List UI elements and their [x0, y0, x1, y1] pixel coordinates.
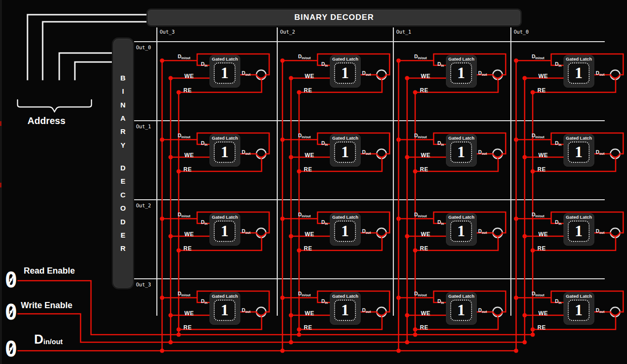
clipped-wire-tick	[0, 121, 1, 126]
read-enable-input[interactable]: 0	[5, 270, 18, 292]
chip-title: Gated Latch	[209, 214, 240, 220]
wire-junction-dot	[280, 348, 284, 353]
vertical-decoder-letter: I	[122, 88, 124, 95]
wire-junction-dot	[405, 340, 409, 344]
cell-pin-label-re: RE	[420, 167, 428, 172]
address-wire-0	[75, 62, 113, 80]
memory-cell: Din/out Din WE RE Dout Gated Latch 1	[157, 121, 275, 182]
cell-pin-label-din: Din	[437, 62, 444, 68]
vertical-decoder-letter: E	[120, 231, 125, 239]
write-enable-input[interactable]: 0	[5, 302, 18, 324]
row-output-label: Out_0	[136, 44, 151, 50]
gated-latch-chip[interactable]: Gated Latch 1	[209, 213, 240, 246]
address-wire-1	[59, 53, 113, 80]
wire-junction-dot	[168, 340, 173, 344]
cell-pin-label-we: WE	[421, 153, 430, 158]
cell-pin-label-we: WE	[305, 311, 314, 316]
write-enable-label: Write Enable	[21, 301, 73, 311]
gated-latch-chip[interactable]: Gated Latch 1	[330, 134, 361, 167]
gated-latch-chip[interactable]: Gated Latch 1	[209, 292, 240, 325]
memory-cell: Din/out Din WE RE Dout Gated Latch 1	[393, 121, 512, 182]
chip-title: Gated Latch	[563, 56, 594, 62]
cell-pin-label-we: WE	[184, 153, 194, 158]
cell-pin-label-dinout: Din/out	[298, 212, 311, 219]
bit-value: 1	[341, 65, 349, 81]
cell-pin-label-dinout: Din/out	[298, 54, 311, 61]
bit-value: 1	[221, 144, 229, 160]
bit-value: 1	[221, 65, 229, 81]
wire-junction-dot	[396, 348, 400, 353]
gated-latch-chip[interactable]: Gated Latch 1	[446, 55, 477, 88]
memory-cell: Din/out Din WE RE Dout Gated Latch 1	[393, 200, 512, 261]
vertical-decoder-letter: E	[120, 178, 125, 185]
vertical-decoder-letter: Y	[120, 142, 125, 149]
bit-value: 1	[221, 223, 229, 239]
column-output-label: Out_2	[280, 29, 295, 35]
bit-value: 1	[575, 65, 583, 81]
memory-cell: Din/out Din WE RE Dout Gated Latch 1	[511, 200, 627, 261]
cell-pin-label-re: RE	[537, 167, 546, 172]
cell-pin-label-dout: Dout	[596, 150, 604, 156]
cell-pin-label-dinout: Din/out	[532, 291, 545, 298]
chip-title: Gated Latch	[446, 56, 477, 62]
cell-pin-label-we: WE	[184, 311, 194, 316]
gated-latch-chip[interactable]: Gated Latch 1	[563, 213, 594, 246]
vertical-decoder-letter: R	[120, 245, 126, 252]
bit-display: 1	[214, 221, 236, 242]
gated-latch-chip[interactable]: Gated Latch 1	[446, 292, 477, 325]
top-decoder-title: BINARY DECODER	[294, 13, 374, 22]
bit-display: 1	[568, 221, 590, 242]
cell-pin-label-dout: Dout	[596, 308, 604, 314]
gated-latch-chip[interactable]: Gated Latch 1	[563, 55, 594, 88]
cell-pin-label-dout: Dout	[362, 308, 371, 314]
cell-pin-label-we: WE	[184, 74, 194, 79]
gated-latch-chip[interactable]: Gated Latch 1	[209, 55, 240, 88]
gated-latch-chip[interactable]: Gated Latch 1	[563, 292, 594, 325]
left-binary-decoder[interactable]: BINARYDECODER	[112, 37, 134, 289]
gated-latch-chip[interactable]: Gated Latch 1	[563, 134, 594, 167]
gated-latch-chip[interactable]: Gated Latch 1	[209, 134, 240, 167]
gated-latch-chip[interactable]: Gated Latch 1	[446, 134, 477, 167]
cell-pin-label-dinout: Din/out	[414, 133, 427, 140]
bit-value: 1	[457, 223, 465, 239]
cell-pin-label-we: WE	[305, 74, 314, 79]
bit-value: 1	[457, 65, 465, 81]
bit-display: 1	[450, 142, 472, 163]
memory-cell: Din/out Din WE RE Dout Gated Latch 1	[393, 279, 512, 340]
cell-pin-label-dout: Dout	[478, 150, 487, 156]
memory-cell: Din/out Din WE RE Dout Gated Latch 1	[511, 121, 627, 182]
cell-pin-label-we: WE	[184, 232, 194, 237]
left-edge-strip	[0, 0, 2, 364]
wire-junction-dot	[289, 340, 293, 344]
chip-title: Gated Latch	[330, 293, 361, 299]
memory-cell: Din/out Din WE RE Dout Gated Latch 1	[277, 279, 396, 340]
cell-pin-label-dout: Dout	[242, 71, 250, 77]
memory-cell: Din/out Din WE RE Dout Gated Latch 1	[511, 42, 627, 103]
vertical-decoder-letter: N	[120, 101, 126, 109]
gated-latch-chip[interactable]: Gated Latch 1	[330, 213, 361, 246]
cell-pin-label-dout: Dout	[478, 71, 487, 77]
data-inout-input[interactable]: 0	[5, 339, 18, 361]
cell-pin-label-re: RE	[537, 246, 546, 251]
wire-junction-dot	[522, 340, 527, 344]
cell-pin-label-re: RE	[420, 325, 428, 330]
cell-pin-label-dout: Dout	[478, 308, 487, 314]
bit-display: 1	[568, 300, 590, 321]
cell-pin-label-re: RE	[183, 325, 192, 330]
cell-pin-label-re: RE	[304, 167, 312, 172]
gated-latch-chip[interactable]: Gated Latch 1	[446, 213, 477, 246]
chip-title: Gated Latch	[209, 135, 240, 141]
bit-display: 1	[450, 221, 472, 242]
memory-cell: Din/out Din WE RE Dout Gated Latch 1	[511, 279, 627, 340]
top-binary-decoder[interactable]: BINARY DECODER	[146, 9, 522, 27]
address-brace-icon	[18, 100, 91, 112]
cell-pin-label-din: Din	[201, 220, 208, 226]
cell-pin-label-dout: Dout	[242, 150, 250, 156]
cell-pin-label-din: Din	[201, 299, 208, 305]
gated-latch-chip[interactable]: Gated Latch 1	[330, 292, 361, 325]
cell-pin-label-din: Din	[437, 220, 444, 226]
bit-display: 1	[450, 62, 472, 84]
bit-display: 1	[334, 142, 356, 163]
cell-pin-label-dout: Dout	[596, 229, 604, 235]
gated-latch-chip[interactable]: Gated Latch 1	[330, 55, 361, 88]
